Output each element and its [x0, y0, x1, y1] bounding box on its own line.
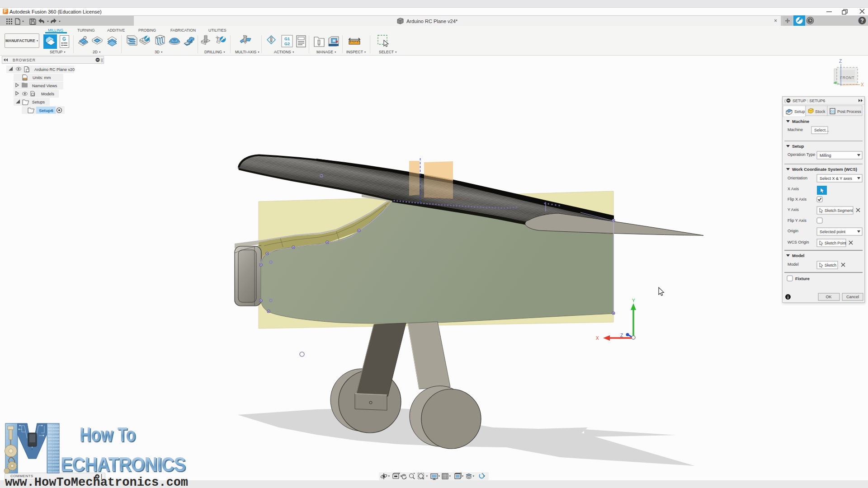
svg-text:1011010: 1011010: [48, 454, 60, 457]
svg-text:Flip X Axis: Flip X Axis: [788, 197, 807, 202]
svg-text:1011010: 1011010: [48, 441, 60, 444]
svg-text:Y Axis: Y Axis: [788, 207, 799, 212]
svg-text:1011010: 1011010: [48, 428, 60, 431]
svg-text:1011010: 1011010: [48, 425, 60, 428]
svg-text:X Axis: X Axis: [788, 187, 799, 191]
svg-text:Named Views: Named Views: [32, 84, 57, 88]
svg-text:1011010: 1011010: [48, 435, 60, 438]
svg-text:Setup6: Setup6: [39, 108, 53, 113]
svg-text:Operation Type: Operation Type: [788, 152, 815, 157]
svg-text:Y: Y: [632, 298, 635, 303]
svg-text:Fixture: Fixture: [795, 276, 810, 281]
svg-text:G1: G1: [830, 110, 835, 113]
svg-text:Orientation: Orientation: [788, 176, 807, 180]
svg-text:Z: Z: [620, 333, 623, 338]
svg-text:Sketch Point: Sketch Point: [825, 241, 846, 245]
svg-text:BROWSER: BROWSER: [13, 58, 36, 62]
svg-text:WCS Origin: WCS Origin: [788, 240, 809, 244]
svg-text:Model: Model: [788, 262, 799, 267]
svg-text:X: X: [861, 82, 864, 87]
svg-text:1011010: 1011010: [48, 467, 60, 470]
svg-text:Setup: Setup: [794, 109, 805, 114]
svg-text:Stock: Stock: [815, 109, 826, 114]
svg-text:Units: mm: Units: mm: [33, 75, 51, 80]
svg-text:Sketch: Sketch: [825, 263, 836, 267]
svg-text:1011010: 1011010: [48, 457, 60, 460]
svg-text:OK: OK: [826, 295, 831, 299]
svg-text:FRONT: FRONT: [840, 75, 854, 80]
svg-text:Z: Z: [839, 59, 842, 64]
svg-text:Models: Models: [41, 92, 55, 96]
svg-text:Select...: Select...: [814, 128, 829, 132]
svg-text:Machine: Machine: [788, 127, 803, 132]
svg-text:G: G: [62, 37, 66, 42]
svg-text:1011010: 1011010: [48, 451, 60, 454]
svg-text:Select X & Y axes: Select X & Y axes: [820, 176, 852, 181]
svg-text:i: i: [788, 295, 789, 300]
svg-text:ECHATRONICS: ECHATRONICS: [61, 453, 185, 475]
svg-text:1011010: 1011010: [48, 438, 60, 441]
svg-text:1011010: 1011010: [48, 431, 60, 434]
svg-text:Machine: Machine: [792, 119, 809, 124]
svg-text:Setups: Setups: [32, 100, 45, 104]
svg-text:How To: How To: [80, 423, 136, 446]
svg-text:G1: G1: [284, 37, 290, 41]
svg-text:Work Coordinate System (WCS): Work Coordinate System (WCS): [792, 167, 857, 172]
svg-text:1011010: 1011010: [48, 444, 60, 447]
svg-text:1011010: 1011010: [48, 470, 60, 474]
svg-text:1011010: 1011010: [48, 447, 60, 450]
svg-text:?: ?: [860, 18, 863, 24]
svg-text:1011010: 1011010: [48, 464, 60, 467]
svg-text:Post Process: Post Process: [837, 109, 862, 114]
svg-text:Sketch Segment: Sketch Segment: [825, 208, 853, 213]
svg-text:Flip Y Axis: Flip Y Axis: [788, 218, 807, 223]
svg-text:(: (: [784, 99, 786, 103]
svg-text:Setup: Setup: [792, 144, 804, 149]
svg-text:Model: Model: [792, 253, 804, 258]
svg-text:SETUP : SETUP6: SETUP : SETUP6: [793, 99, 825, 103]
svg-text:Milling: Milling: [820, 153, 831, 158]
svg-text:Origin: Origin: [788, 229, 798, 233]
svg-text:Cancel: Cancel: [846, 295, 859, 299]
svg-text:Arduino RC Plane v20: Arduino RC Plane v20: [34, 67, 75, 72]
svg-text:1011010: 1011010: [48, 460, 60, 464]
svg-text:X: X: [596, 336, 599, 341]
svg-text:Selected point: Selected point: [820, 230, 846, 234]
svg-text:G2: G2: [284, 42, 290, 46]
svg-text:|(: |(: [101, 58, 103, 62]
